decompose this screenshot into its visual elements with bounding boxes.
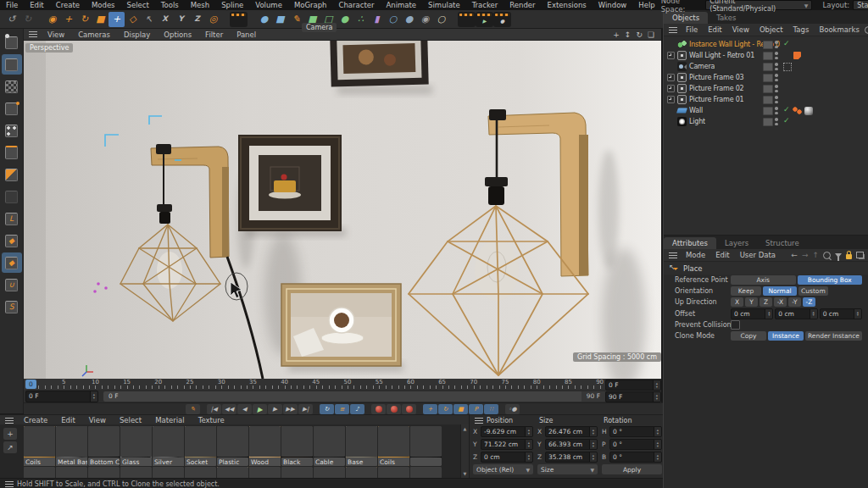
- menu-item[interactable]: Create: [50, 1, 86, 9]
- record-options-button[interactable]: ✎: [186, 404, 200, 414]
- size-mode-dropdown[interactable]: Size▼: [537, 464, 598, 474]
- layer-chip[interactable]: [763, 85, 773, 93]
- next-frame-button[interactable]: ▶: [268, 404, 282, 414]
- material-item[interactable]: [217, 467, 248, 478]
- visibility-dots[interactable]: [775, 74, 778, 81]
- attr-menu-icon[interactable]: [669, 252, 677, 258]
- orientation-keep-button[interactable]: Keep: [731, 286, 761, 296]
- add-material-button[interactable]: +: [3, 428, 17, 440]
- updir-x-button[interactable]: X: [731, 297, 743, 307]
- object-row-picture-frame-03[interactable]: Picture Frame 03 ✓: [664, 72, 868, 83]
- position-mode-dropdown[interactable]: Object (Rel)▼: [473, 464, 533, 474]
- object-row-light[interactable]: Light ✓: [664, 116, 868, 127]
- cube-primitive-button[interactable]: ■: [272, 12, 288, 27]
- texture-mode-button[interactable]: [2, 76, 22, 97]
- material-menu-item[interactable]: Select: [113, 416, 148, 424]
- material-menu-icon[interactable]: [5, 418, 14, 424]
- layer-chip[interactable]: [763, 63, 773, 71]
- material-item[interactable]: [120, 467, 152, 478]
- keyframe-selection-button[interactable]: [402, 404, 416, 414]
- tab-attributes[interactable]: Attributes: [664, 237, 716, 249]
- toolbar-sep[interactable]: [248, 12, 256, 27]
- object-row-instance-wall-light[interactable]: Instance Wall Light - Retro 01 ✓: [664, 39, 868, 50]
- tab-structure[interactable]: Structure: [757, 237, 808, 249]
- range-end-handle[interactable]: 90 F: [581, 391, 605, 402]
- ref-point-axis-button[interactable]: Axis: [731, 275, 796, 285]
- material-item[interactable]: Wood: [249, 426, 281, 466]
- viewport-menu-icon[interactable]: [29, 31, 37, 37]
- menu-item[interactable]: Select: [121, 1, 155, 9]
- attr-back-icon[interactable]: ←: [791, 251, 798, 259]
- current-frame-field[interactable]: 0 F▴▾: [25, 391, 98, 402]
- om-menu-item[interactable]: View: [727, 25, 754, 34]
- workplane-lock-button[interactable]: ◆: [2, 252, 22, 273]
- layout-dropdown[interactable]: Startup▼: [853, 0, 868, 10]
- size-field[interactable]: 66.393 cm▴▾: [545, 439, 598, 450]
- menu-item[interactable]: Mesh: [185, 1, 215, 9]
- live-selection-tool[interactable]: ◉: [44, 12, 60, 27]
- prevent-collision-checkbox[interactable]: [731, 320, 740, 330]
- material-item[interactable]: Bottom Ca: [88, 426, 120, 466]
- offset-field[interactable]: 0 cm▴▾: [820, 308, 862, 319]
- orientation-normal-button[interactable]: Normal: [763, 286, 797, 296]
- material-item[interactable]: Glass: [120, 426, 152, 466]
- material-item[interactable]: [24, 467, 55, 478]
- tweak-mode-button[interactable]: [2, 186, 22, 207]
- menu-item[interactable]: Help: [632, 1, 660, 9]
- picture-frame-top[interactable]: [330, 40, 429, 87]
- key-parameter-toggle[interactable]: P: [469, 404, 483, 414]
- object-row-wall-light[interactable]: Wall Light - Retro 01 ✓: [664, 50, 868, 61]
- attr-new-panel-icon[interactable]: [856, 252, 864, 258]
- material-item[interactable]: Plastic: [217, 426, 248, 466]
- axis-x-lock[interactable]: X: [157, 12, 173, 27]
- rotation-field[interactable]: 0 °▴▾: [609, 426, 662, 437]
- layer-chip[interactable]: [763, 107, 773, 115]
- enabled-check-icon[interactable]: ✓: [783, 105, 790, 114]
- clone-render-instance-button[interactable]: Render Instance: [805, 331, 862, 341]
- visibility-dots[interactable]: [775, 96, 778, 103]
- make-editable-button[interactable]: [2, 32, 22, 53]
- ref-point-bounding-box-button[interactable]: Bounding Box: [798, 275, 863, 285]
- om-menu-item[interactable]: Tags: [788, 25, 815, 34]
- layer-chip[interactable]: [763, 96, 773, 104]
- layer-chip[interactable]: [763, 52, 773, 60]
- enabled-check-icon[interactable]: ✓: [783, 39, 790, 47]
- vp-pan-icon[interactable]: +: [613, 30, 620, 39]
- toolbar-sep[interactable]: [449, 12, 458, 27]
- visibility-dots[interactable]: [775, 85, 778, 92]
- enabled-check-icon[interactable]: ✓: [783, 116, 790, 125]
- deformer-button[interactable]: ●: [337, 12, 353, 27]
- material-item[interactable]: [56, 467, 87, 478]
- apply-button[interactable]: Apply: [602, 464, 662, 474]
- om-menu-item[interactable]: File: [681, 25, 703, 34]
- om-menu-item[interactable]: Bookmarks: [814, 25, 865, 34]
- field-button[interactable]: ▮: [369, 12, 385, 27]
- timeline-ruler[interactable]: 0 51015202530354045505560657075808590: [24, 379, 605, 391]
- rotation-field[interactable]: 0 °▴▾: [609, 452, 662, 463]
- menu-item[interactable]: Modes: [86, 1, 121, 9]
- connect-tag-icon[interactable]: [793, 107, 802, 114]
- material-item[interactable]: Silver: [153, 426, 184, 466]
- goto-start-button[interactable]: |◀: [207, 404, 221, 414]
- snap-button[interactable]: ∪: [2, 274, 22, 295]
- null-object-button[interactable]: ●: [256, 12, 272, 27]
- render-settings-button[interactable]: ●: [493, 12, 511, 27]
- attr-up-icon[interactable]: ↑: [812, 251, 819, 259]
- viewport-menu-item[interactable]: View: [41, 30, 71, 39]
- prev-key-button[interactable]: ◀◀: [222, 404, 236, 414]
- doc-start-field[interactable]: 0 F▴▾: [605, 380, 661, 391]
- material-menu-item[interactable]: Texture: [192, 416, 231, 424]
- redo-button[interactable]: ↻: [19, 12, 36, 27]
- material-menu-item[interactable]: View: [82, 416, 113, 424]
- material-item[interactable]: Black: [281, 426, 313, 466]
- object-row-wall[interactable]: Wall ✓: [664, 105, 868, 116]
- om-menu-item[interactable]: Object: [754, 25, 788, 34]
- material-item[interactable]: [378, 467, 409, 478]
- timeline-playhead[interactable]: 0: [25, 380, 36, 389]
- size-field[interactable]: 35.238 cm▴▾: [545, 452, 598, 463]
- sky-button[interactable]: ●: [401, 12, 417, 27]
- visibility-dots[interactable]: [775, 118, 778, 125]
- cloner-button[interactable]: ∴: [353, 12, 369, 27]
- move-tool[interactable]: +: [60, 12, 76, 27]
- size-field[interactable]: 26.476 cm▴▾: [545, 426, 598, 437]
